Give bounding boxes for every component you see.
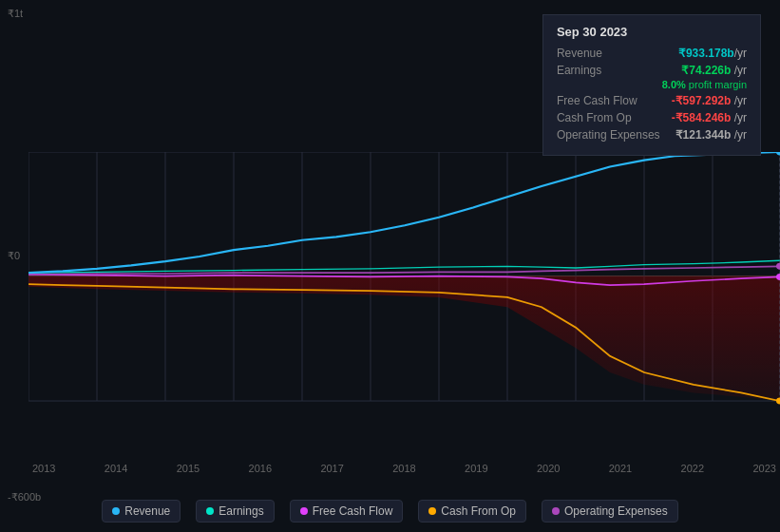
x-label-2021: 2021 — [609, 463, 632, 474]
opex-label: Operating Expenses — [557, 128, 660, 142]
fcf-label: Free Cash Flow — [557, 94, 637, 107]
legend-opex-label: Operating Expenses — [564, 504, 668, 518]
tooltip-card: Sep 30 2023 Revenue ₹933.178b/yr Earning… — [542, 14, 761, 156]
x-label-2022: 2022 — [681, 463, 704, 474]
earnings-value: ₹74.226b /yr — [681, 64, 747, 77]
fcf-value: -₹597.292b /yr — [672, 94, 747, 107]
tooltip-opex-row: Operating Expenses ₹121.344b /yr — [557, 128, 747, 142]
legend-cfo-label: Cash From Op — [441, 504, 516, 518]
tooltip-date: Sep 30 2023 — [557, 25, 747, 39]
tooltip-fcf-row: Free Cash Flow -₹597.292b /yr — [557, 94, 747, 107]
revenue-dot — [112, 507, 120, 515]
x-label-2019: 2019 — [465, 463, 487, 474]
x-label-2018: 2018 — [392, 463, 415, 474]
opex-dot — [552, 507, 560, 515]
tooltip-revenue-row: Revenue ₹933.178b/yr — [557, 47, 747, 60]
chart-svg — [29, 152, 780, 442]
legend-earnings[interactable]: Earnings — [196, 500, 274, 522]
legend-fcf[interactable]: Free Cash Flow — [290, 500, 404, 522]
x-label-2023: 2023 — [752, 463, 775, 474]
legend-fcf-label: Free Cash Flow — [313, 504, 393, 518]
x-label-2020: 2020 — [537, 463, 560, 474]
cfo-label: Cash From Op — [557, 111, 632, 124]
revenue-label: Revenue — [557, 47, 602, 60]
x-axis-labels: 2013 2014 2015 2016 2017 2018 2019 2020 … — [29, 457, 780, 480]
y-label-top: ₹1t — [8, 8, 23, 20]
y-label-mid: ₹0 — [8, 250, 20, 262]
tooltip-earnings-row: Earnings ₹74.226b /yr — [557, 64, 747, 77]
cfo-dot — [428, 507, 436, 515]
chart-legend: Revenue Earnings Free Cash Flow Cash Fro… — [0, 500, 780, 522]
tooltip-cfo-row: Cash From Op -₹584.246b /yr — [557, 111, 747, 124]
revenue-value: ₹933.178b/yr — [678, 47, 747, 60]
legend-cfo[interactable]: Cash From Op — [418, 500, 526, 522]
cfo-value: -₹584.246b /yr — [672, 111, 747, 124]
svg-point-17 — [776, 263, 780, 270]
earnings-dot — [206, 507, 214, 515]
fcf-dot — [300, 507, 308, 515]
legend-revenue[interactable]: Revenue — [102, 500, 181, 522]
legend-earnings-label: Earnings — [219, 504, 263, 518]
x-label-2016: 2016 — [249, 463, 272, 474]
earnings-label: Earnings — [557, 64, 601, 77]
x-label-2014: 2014 — [105, 463, 127, 474]
legend-opex[interactable]: Operating Expenses — [542, 500, 678, 522]
legend-revenue-label: Revenue — [124, 504, 170, 518]
opex-value: ₹121.344b /yr — [675, 128, 747, 142]
profit-margin-text: 8.0% profit margin — [662, 79, 747, 90]
x-label-2013: 2013 — [32, 463, 55, 474]
profit-margin-row: 8.0% profit margin — [557, 79, 747, 90]
x-label-2015: 2015 — [177, 463, 200, 474]
svg-point-16 — [776, 152, 780, 155]
x-label-2017: 2017 — [320, 463, 343, 474]
